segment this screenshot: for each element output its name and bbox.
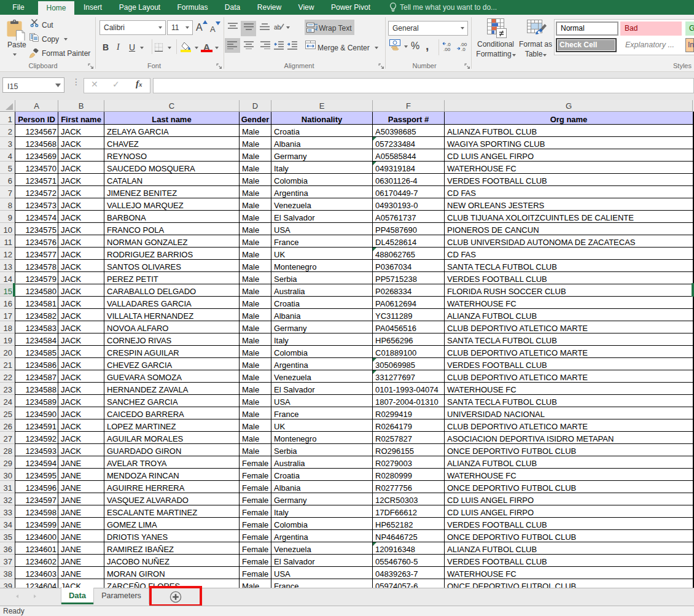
svg-text:ab: ab: [274, 24, 281, 31]
svg-text:.00: .00: [443, 47, 451, 52]
svg-text:.0: .0: [461, 47, 466, 52]
